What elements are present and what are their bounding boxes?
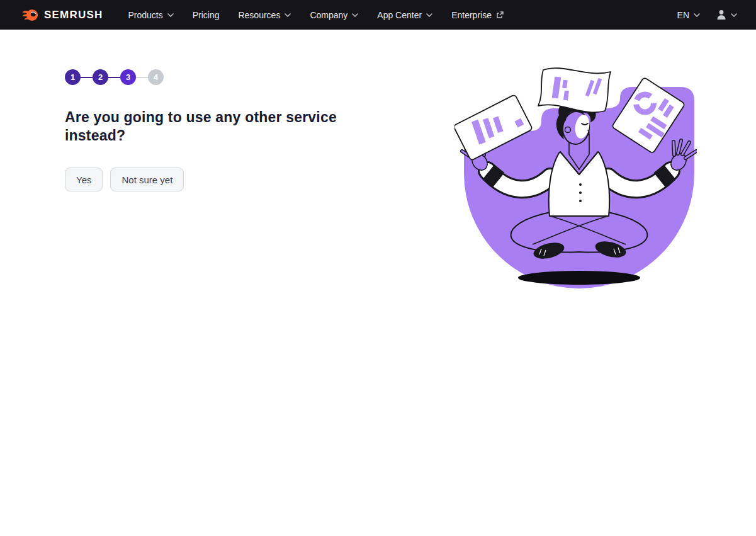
step-4: 4 — [148, 69, 164, 85]
semrush-flame-icon — [22, 8, 38, 22]
chevron-down-icon — [285, 13, 291, 17]
page-title: Are you going to use any other service i… — [65, 108, 392, 145]
chevron-down-icon — [426, 13, 432, 17]
external-link-icon — [496, 11, 504, 19]
nav-item-enterprise[interactable]: Enterprise — [451, 10, 504, 20]
step-2: 2 — [93, 69, 108, 85]
language-selector[interactable]: EN — [677, 10, 700, 20]
answer-buttons: Yes Not sure yet — [65, 168, 184, 191]
document-top — [538, 68, 611, 112]
chevron-down-icon — [731, 13, 737, 17]
step-connector — [136, 77, 148, 78]
page-title-line1: Are you going to use any other service — [65, 108, 392, 127]
step-1: 1 — [65, 69, 81, 85]
nav-right-cluster: EN — [677, 9, 737, 20]
nav-item-app-center[interactable]: App Center — [377, 10, 432, 20]
meditation-illustration — [454, 61, 697, 291]
nav-item-resources[interactable]: Resources — [238, 10, 291, 20]
main-nav: Products Pricing Resources Company App C… — [128, 10, 504, 20]
step-3: 3 — [120, 69, 136, 85]
user-icon — [716, 9, 726, 20]
step-connector — [108, 77, 120, 78]
floor-shadow — [518, 271, 640, 285]
chevron-down-icon — [167, 13, 174, 17]
semrush-logo[interactable]: SEMRUSH — [22, 8, 103, 22]
page-title-line2: instead? — [65, 127, 392, 145]
user-menu[interactable] — [716, 9, 737, 20]
not-sure-yet-button[interactable]: Not sure yet — [110, 168, 184, 191]
nav-item-company[interactable]: Company — [310, 10, 358, 20]
chevron-down-icon — [352, 13, 358, 17]
progress-stepper: 1 2 3 4 — [65, 69, 164, 85]
top-navbar: SEMRUSH Products Pricing Resources Compa… — [0, 0, 756, 30]
nav-item-pricing[interactable]: Pricing — [193, 10, 220, 20]
brand-name: SEMRUSH — [44, 9, 103, 21]
nav-item-products[interactable]: Products — [128, 10, 173, 20]
step-connector — [81, 77, 93, 78]
chevron-down-icon — [694, 13, 700, 17]
yes-button[interactable]: Yes — [65, 168, 103, 191]
